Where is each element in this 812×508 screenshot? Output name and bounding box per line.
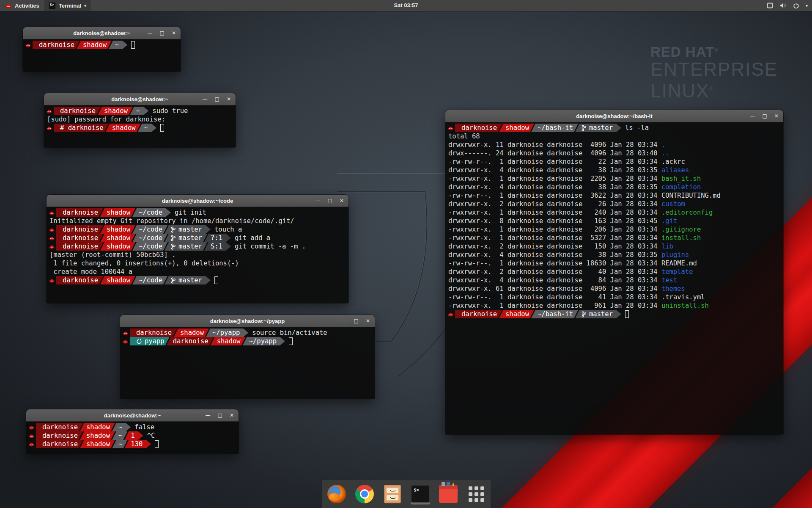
file-name: .editorconfig bbox=[661, 209, 713, 216]
prompt-git-segment: master bbox=[575, 124, 621, 132]
prompt-host-segment: shadow bbox=[499, 124, 534, 132]
window-titlebar[interactable]: darknoise@shadow:~/pyapp—□✕ bbox=[120, 315, 375, 327]
dock-item-terminal[interactable]: $> bbox=[411, 484, 430, 504]
terminal-content[interactable]: darknoiseshadow~sudo true[sudo] password… bbox=[44, 105, 236, 147]
prompt-host-segment: shadow bbox=[100, 208, 135, 217]
terminal-line: drwxrwxr-x. 11 darknoise darknoise 4096 … bbox=[445, 141, 783, 149]
dock-item-firefox[interactable] bbox=[327, 484, 346, 504]
terminal-content[interactable]: darknoiseshadow~/bash-itmasterls -latota… bbox=[445, 122, 783, 434]
window-titlebar[interactable]: darknoise@shadow:~/code—□✕ bbox=[47, 195, 348, 207]
maximize-button[interactable]: □ bbox=[328, 195, 332, 207]
prompt-user-segment: darknoise bbox=[56, 225, 103, 234]
window-titlebar[interactable]: darknoise@shadow:~—□✕ bbox=[44, 93, 236, 105]
terminal-line: darknoiseshadow~/pyappsource bin/activat… bbox=[120, 329, 375, 337]
maximize-button[interactable]: □ bbox=[218, 409, 222, 421]
dock-item-files[interactable] bbox=[383, 484, 402, 504]
rhel-branding-enterprise: ENTERPRISE bbox=[650, 60, 778, 79]
terminal-line: darknoiseshadow~/codemaster?:1git add a bbox=[47, 234, 348, 242]
file-name: CONTRIBUTING.md bbox=[661, 192, 721, 199]
dock-item-chrome[interactable] bbox=[355, 484, 374, 504]
prompt-user-segment: darknoise bbox=[36, 423, 83, 431]
prompt-user-segment: darknoise bbox=[36, 431, 83, 440]
terminal-content[interactable]: darknoiseshadow~falsedarknoiseshadow~1^C… bbox=[26, 422, 239, 454]
terminal-content[interactable]: darknoiseshadow~/pyappsource bin/activat… bbox=[120, 327, 375, 399]
terminal-line: # darknoiseshadow~ bbox=[44, 124, 236, 132]
close-button[interactable]: ✕ bbox=[230, 409, 234, 421]
terminal-line: drwxrwxr-x. 4 darknoise darknoise 38 Jan… bbox=[445, 251, 783, 259]
terminal-line: 1 file changed, 0 insertions(+), 0 delet… bbox=[47, 259, 348, 268]
rhel-branding-linux: LINUX® bbox=[650, 79, 778, 101]
file-name: .. bbox=[661, 149, 669, 157]
minimize-button[interactable]: — bbox=[203, 93, 208, 105]
minimize-button[interactable]: — bbox=[315, 195, 321, 207]
terminal-line: drwxrwxr-x. 61 darknoise darknoise 4096 … bbox=[445, 284, 783, 293]
terminal-icon: $> bbox=[411, 486, 429, 502]
window-titlebar[interactable]: darknoise@shadow:~/bash-it—□✕ bbox=[445, 110, 783, 122]
clock[interactable]: Sat 03:57 bbox=[394, 0, 418, 11]
terminal-line: -rw-rw-r--. 1 darknoise darknoise 18630 … bbox=[445, 259, 783, 268]
prompt-git-segment: master bbox=[575, 310, 621, 318]
system-status-area[interactable]: ▾ bbox=[767, 0, 812, 11]
terminal-line: [master (root-commit) 50bcb63] . bbox=[47, 251, 348, 259]
file-cabinet-icon bbox=[384, 485, 401, 503]
terminal-line: drwxrwxr-x. 2 darknoise darknoise 40 Jan… bbox=[445, 268, 783, 276]
close-button[interactable]: ✕ bbox=[227, 93, 231, 105]
prompt-path-segment: ~/bash-it bbox=[531, 124, 578, 132]
maximize-button[interactable]: □ bbox=[160, 27, 165, 39]
close-button[interactable]: ✕ bbox=[340, 195, 344, 207]
window-title: darknoise@shadow:~/pyapp bbox=[120, 318, 375, 324]
git-branch-icon bbox=[171, 243, 176, 250]
prompt-user-segment: darknoise bbox=[167, 337, 214, 345]
terminal-line: -rwxrwxr-x. 1 darknoise darknoise 240 Ja… bbox=[445, 208, 783, 217]
close-button[interactable]: ✕ bbox=[774, 110, 779, 122]
dock: $> bbox=[322, 480, 491, 508]
prompt-user-segment: darknoise bbox=[36, 440, 83, 448]
minimize-button[interactable]: — bbox=[750, 110, 755, 122]
prompt-git-segment: master bbox=[165, 276, 211, 284]
redhat-prompt-icon bbox=[447, 126, 454, 130]
file-name: lib bbox=[661, 243, 673, 250]
prompt-host-segment: shadow bbox=[77, 41, 112, 49]
prompt-host-segment: shadow bbox=[98, 107, 133, 115]
file-name: .git bbox=[661, 217, 677, 225]
minimize-button[interactable]: — bbox=[148, 27, 153, 39]
prompt-path-segment: ~/code bbox=[132, 208, 171, 217]
terminal-line: total 68 bbox=[445, 132, 783, 141]
terminal-line: drwxrwxr-x. 2 darknoise darknoise 26 Jan… bbox=[445, 200, 783, 208]
file-name: completion bbox=[661, 183, 701, 191]
terminal-window-exitcodes: darknoise@shadow:~—□✕darknoiseshadow~fal… bbox=[26, 409, 239, 454]
window-titlebar[interactable]: darknoise@shadow:~—□✕ bbox=[23, 27, 181, 39]
minimize-button[interactable]: — bbox=[342, 315, 347, 327]
terminal-cursor bbox=[625, 310, 629, 318]
toolbox-icon bbox=[439, 488, 458, 503]
app-menu-terminal[interactable]: $> Terminal ▾ bbox=[44, 0, 91, 11]
terminal-line: drwxrwxr-x. 8 darknoise darknoise 163 Ja… bbox=[445, 217, 783, 225]
redhat-prompt-icon bbox=[122, 339, 129, 344]
file-name: test bbox=[661, 276, 677, 284]
prompt-user-segment: darknoise bbox=[130, 329, 177, 337]
terminal-line: Initialized empty Git repository in /hom… bbox=[47, 217, 348, 225]
terminal-content[interactable]: darknoiseshadow~ bbox=[23, 39, 181, 72]
terminal-line: drwxrwxr-x. 4 darknoise darknoise 38 Jan… bbox=[445, 166, 783, 174]
redhat-prompt-icon bbox=[49, 227, 55, 232]
dock-item-toolbox[interactable] bbox=[439, 484, 458, 504]
window-titlebar[interactable]: darknoise@shadow:~—□✕ bbox=[26, 409, 239, 422]
file-name: plugins bbox=[661, 251, 689, 259]
redhat-prompt-icon bbox=[49, 210, 55, 215]
terminal-line: -rw-rw-r--. 1 darknoise darknoise 22 Jan… bbox=[445, 157, 783, 166]
minimize-button[interactable]: — bbox=[206, 409, 211, 421]
rhel-branding: RED HAT® ENTERPRISE LINUX® bbox=[650, 42, 778, 101]
dock-item-show-applications[interactable] bbox=[466, 484, 486, 504]
terminal-window-pyapp: darknoise@shadow:~/pyapp—□✕darknoiseshad… bbox=[120, 315, 375, 399]
maximize-button[interactable]: □ bbox=[354, 315, 359, 327]
close-button[interactable]: ✕ bbox=[172, 27, 176, 39]
close-button[interactable]: ✕ bbox=[366, 315, 370, 327]
prompt-git-segment: master bbox=[165, 242, 207, 251]
maximize-button[interactable]: □ bbox=[215, 93, 219, 105]
redhat-prompt-icon bbox=[49, 244, 55, 249]
redhat-prompt-icon bbox=[122, 331, 129, 335]
activities-button[interactable]: Activities bbox=[0, 0, 44, 11]
terminal-content[interactable]: darknoiseshadow~/codegit initInitialized… bbox=[47, 207, 348, 303]
file-name: custom bbox=[661, 200, 685, 208]
maximize-button[interactable]: □ bbox=[763, 110, 767, 122]
